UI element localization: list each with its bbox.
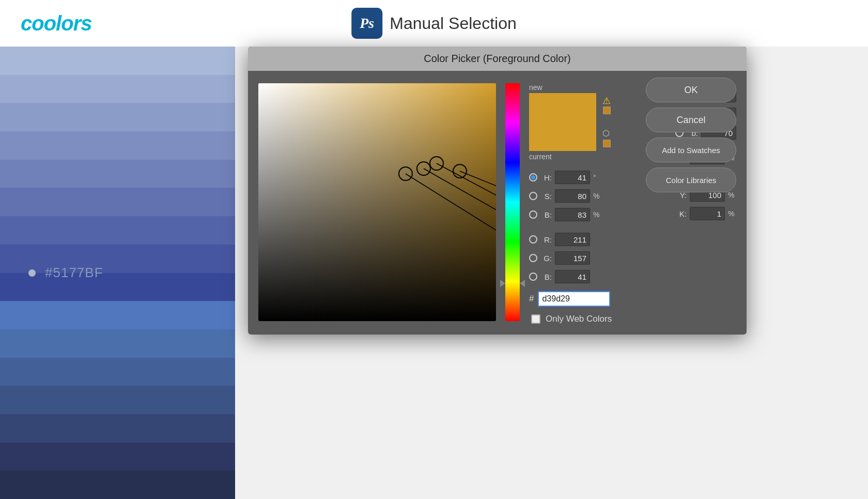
swatch-row[interactable] [0, 160, 235, 188]
dialog-buttons: OK Cancel Add to Swatches Color Librarie… [646, 78, 736, 192]
r-radio[interactable] [529, 235, 537, 244]
g-radio[interactable] [529, 254, 537, 262]
h-unit: ° [593, 173, 601, 182]
g-label: G: [540, 254, 552, 263]
color-gradient-picker[interactable]: Main color 1st shade 2nd shade 3rd shade [258, 83, 496, 321]
hex-row: # [529, 291, 661, 307]
color-libraries-button[interactable]: Color Libraries [646, 168, 736, 192]
hue-slider-container[interactable] [505, 83, 520, 321]
dialog-title: Color Picker (Foreground Color) [248, 47, 747, 71]
only-web-colors-checkbox[interactable] [531, 314, 540, 324]
k-input[interactable] [690, 207, 725, 220]
b-rgb-radio[interactable] [529, 273, 537, 281]
r-input[interactable] [555, 233, 590, 246]
b-rgb-input[interactable] [555, 270, 590, 283]
only-web-colors-label: Only Web Colors [546, 314, 612, 324]
gradient-background [258, 83, 496, 321]
ps-section: Ps Manual Selection [351, 8, 516, 39]
swatches-panel [0, 47, 235, 499]
warning-icon: ⚠ [602, 95, 611, 107]
k-field-row: K: % [675, 205, 736, 222]
h-input[interactable] [555, 171, 590, 184]
color-picker-dialog: Color Picker (Foreground Color) [248, 47, 747, 335]
b-unit: % [593, 210, 601, 219]
b-rgb-field-row: B: [529, 268, 661, 285]
hsb-fields: H: ° S: % B: % [529, 169, 661, 285]
h-label: H: [540, 173, 552, 182]
swatch-row[interactable] [0, 131, 235, 160]
hue-slider[interactable] [505, 83, 520, 321]
k-label: K: [675, 209, 687, 218]
current-label: current [529, 153, 552, 161]
swatch-row[interactable] [0, 443, 235, 471]
color-swatch-icon2 [603, 140, 611, 147]
s-label: S: [540, 192, 552, 201]
cube-icon: ⬡ [602, 128, 610, 138]
ps-title: Manual Selection [390, 14, 516, 33]
swatch-row[interactable] [0, 103, 235, 131]
hex-input[interactable] [538, 291, 610, 307]
s-radio[interactable] [529, 192, 537, 200]
new-label: new [529, 83, 542, 92]
coolors-logo: coolors [21, 12, 91, 35]
ok-button[interactable]: OK [646, 78, 736, 102]
swatch-row[interactable] [0, 216, 235, 245]
r-field-row: R: [529, 231, 661, 248]
cancel-button[interactable]: Cancel [646, 108, 736, 132]
hue-thumb-left [500, 280, 505, 287]
add-to-swatches-button[interactable]: Add to Swatches [646, 138, 736, 162]
s-unit: % [593, 192, 601, 200]
r-label: R: [540, 235, 552, 244]
swatch-row[interactable] [0, 47, 235, 75]
swatch-row[interactable] [0, 471, 235, 499]
g-field-row: G: [529, 250, 661, 266]
s-input[interactable] [555, 189, 590, 203]
b-field-row: B: % [529, 206, 661, 223]
swatch-row[interactable] [0, 75, 235, 103]
g-input[interactable] [555, 251, 590, 265]
s-field-row: S: % [529, 188, 661, 204]
swatch-row[interactable] [0, 273, 235, 301]
swatch-row[interactable] [0, 414, 235, 443]
swatch-row[interactable] [0, 386, 235, 414]
b-rgb-label: B: [540, 273, 552, 281]
b-radio[interactable] [529, 210, 537, 219]
new-color-box [529, 93, 596, 122]
dialog-right-panel: new ⚠ ⬡ current [529, 83, 661, 324]
color-swatch-icon [603, 107, 611, 114]
current-color-box [529, 122, 596, 151]
swatch-row[interactable] [0, 188, 235, 216]
web-colors-row: Only Web Colors [529, 314, 661, 324]
b-input[interactable] [555, 208, 590, 221]
h-field-row: H: ° [529, 169, 661, 186]
hex-hash: # [529, 294, 534, 304]
top-bar: coolors Ps Manual Selection [0, 0, 868, 47]
ps-icon: Ps [351, 8, 382, 39]
swatch-row[interactable] [0, 329, 235, 358]
swatch-row[interactable] [0, 358, 235, 386]
b-label: B: [540, 210, 552, 219]
swatch-row[interactable] [0, 245, 235, 273]
h-radio[interactable] [529, 173, 537, 182]
swatch-row[interactable] [0, 301, 235, 329]
k-unit: % [728, 209, 736, 218]
hue-thumb-right [520, 280, 525, 287]
